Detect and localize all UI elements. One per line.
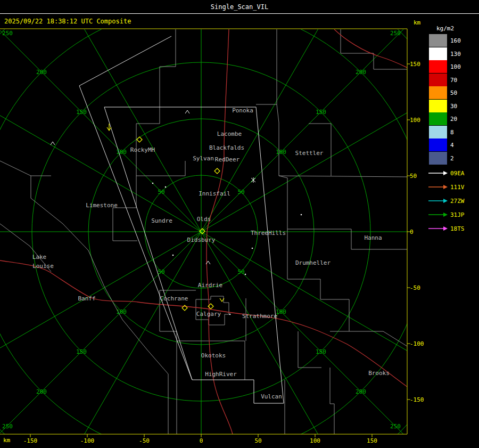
radar-app-window: Single_Scan_VIL — [0, 0, 479, 448]
scale-swatch-2 — [429, 152, 447, 165]
scale-value: 30 — [450, 103, 457, 110]
city-label-reddeer: RedDeer — [215, 156, 240, 163]
city-label-sylvan: Sylvan — [193, 155, 214, 162]
range-label: 150 — [316, 109, 326, 116]
city-label-lake: Lake — [32, 254, 47, 260]
scale-value: 70 — [450, 77, 457, 84]
city-label-limestone: Limestone — [86, 202, 118, 209]
scale-value: 2 — [450, 155, 454, 162]
city-label-threehills: ThreeHills — [251, 230, 286, 237]
range-label: 100 — [116, 308, 127, 315]
site-arrow-31JP — [428, 211, 448, 218]
bottom-tick-label: 0 — [200, 437, 203, 444]
range-label: 50 — [237, 189, 244, 196]
city-label-highriver: HighRiver — [205, 371, 237, 378]
bottom-tick-label: -150 — [23, 437, 38, 444]
scale-swatch-20 — [429, 112, 447, 125]
site-id-label: 18TS — [450, 225, 465, 232]
site-id-label: 27ZW — [450, 198, 465, 205]
range-label: 100 — [116, 149, 127, 156]
city-label-lacombe: Lacombe — [217, 131, 242, 137]
city-label-olds: Olds — [197, 216, 211, 223]
range-label: 200 — [356, 69, 366, 76]
scale-value: 50 — [450, 89, 457, 96]
right-tick-label: 100 — [410, 117, 420, 124]
scan-sector-outline — [79, 36, 284, 403]
city-label-drumheller: Drumheller — [295, 259, 331, 266]
scale-value: 20 — [450, 116, 457, 123]
range-label: 50 — [158, 268, 164, 275]
site-id-label: 09EA — [450, 170, 465, 177]
city-label-vulcan: Vulcan — [261, 393, 282, 400]
map-canvas[interactable] — [0, 0, 479, 448]
city-label-sundre: Sundre — [151, 217, 172, 224]
color-scale-unit: kg/m2 — [436, 25, 454, 32]
scale-swatch-100 — [429, 60, 447, 73]
right-tick-label: 0 — [410, 229, 414, 235]
range-label: 200 — [36, 69, 47, 76]
range-label: 250 — [390, 423, 401, 430]
echo-markers — [51, 110, 302, 315]
scale-swatch-8 — [429, 126, 447, 139]
city-label-didsbury: Didsbury — [187, 237, 216, 243]
scale-value: 8 — [450, 129, 454, 136]
scale-swatch-50 — [429, 86, 447, 99]
city-label-louise: Louise — [32, 263, 54, 270]
range-label: 150 — [316, 348, 326, 355]
city-label-cochrane: Cochrane — [160, 295, 188, 302]
range-label: 100 — [276, 149, 286, 156]
right-axis-unit: km — [414, 19, 420, 26]
scale-swatch-70 — [429, 74, 447, 86]
right-tick-label: -100 — [410, 340, 424, 347]
city-label-banff: Banff — [78, 295, 95, 302]
site-id-label: 111V — [450, 184, 465, 191]
right-tick-label: -150 — [410, 396, 424, 403]
site-arrow-27ZW — [428, 198, 448, 204]
scale-swatch-4 — [429, 139, 447, 151]
bottom-tick-label: -50 — [139, 437, 150, 444]
scale-swatch-160 — [429, 34, 447, 47]
scale-value: 130 — [450, 51, 461, 58]
site-arrow-18TS — [428, 225, 448, 232]
city-label-calgary: Calgary — [196, 311, 221, 317]
scale-swatch-130 — [429, 47, 447, 60]
city-label-stettler: Stettler — [295, 150, 324, 157]
range-label: 200 — [356, 388, 366, 395]
scale-value: 4 — [450, 142, 454, 149]
range-label: 150 — [76, 348, 87, 355]
range-label: 50 — [237, 268, 244, 275]
city-label-rockymh: RockyMH — [130, 146, 155, 153]
bottom-tick-label: 150 — [367, 437, 377, 444]
range-label: 50 — [158, 189, 164, 196]
city-label-hanna: Hanna — [364, 234, 382, 241]
scale-value: 100 — [450, 63, 461, 70]
range-label: 250 — [2, 30, 13, 37]
range-label: 200 — [36, 388, 47, 395]
scale-swatch-30 — [429, 100, 447, 112]
city-label-airdrie: Airdrie — [198, 282, 222, 289]
city-label-blackfalds: Blackfalds — [209, 144, 244, 151]
range-label: 150 — [76, 109, 87, 116]
scale-value: 160 — [450, 37, 461, 44]
city-label-brooks: Brooks — [368, 370, 390, 377]
right-tick-label: 50 — [410, 173, 417, 180]
right-tick-label: 150 — [410, 61, 420, 68]
timestamp-label: 2025/09/22 18:38:12 UTC Composite — [4, 18, 131, 25]
city-label-ponoka: Ponoka — [232, 107, 253, 114]
city-label-strathmore: Strathmore — [242, 313, 277, 320]
city-label-innisfail: Innisfail — [199, 190, 230, 197]
range-label: 250 — [2, 423, 13, 430]
bottom-tick-label: -100 — [80, 437, 95, 444]
site-arrow-09EA — [428, 170, 448, 176]
right-tick-label: -50 — [410, 284, 420, 291]
bottom-tick-label: 50 — [254, 437, 261, 444]
city-label-okotoks: Okotoks — [201, 352, 226, 359]
bottom-tick-label: 100 — [310, 437, 320, 444]
site-arrow-111V — [428, 184, 448, 190]
range-label: 250 — [390, 30, 401, 37]
site-id-label: 31JP — [450, 211, 465, 218]
bottom-axis-unit: km — [3, 437, 10, 444]
